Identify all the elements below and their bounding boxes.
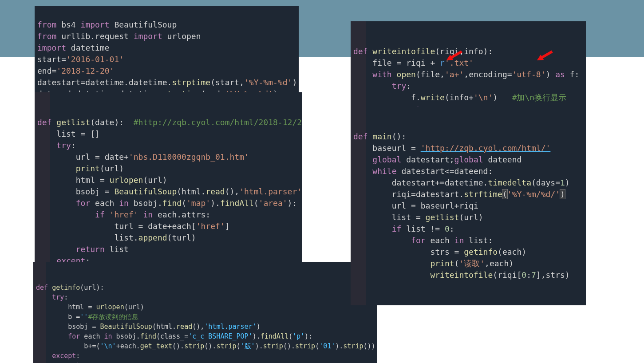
code-main: def main(): baseurl = 'http://zqb.cyol.c… — [351, 130, 586, 282]
comment-b: #存放读到的信息 — [88, 313, 138, 321]
slide-canvas: from bs4 import BeautifulSoup from urlli… — [0, 0, 644, 363]
code-imports: from bs4 import BeautifulSoup from urlli… — [35, 18, 299, 101]
comment-url: #http://zqb.cyol.com/html/2018-12/26/ — [134, 118, 302, 127]
code-block-getinfo: def getinfo(url): try: html = urlopen(ur… — [33, 262, 377, 363]
code-getinfo: def getinfo(url): try: html = urlopen(ur… — [33, 281, 377, 363]
code-getlist: def getlist(date): #http://zqb.cyol.com/… — [35, 115, 302, 280]
code-block-main: def main(): baseurl = 'http://zqb.cyol.c… — [351, 107, 586, 305]
comment-write: #加\n换行显示 — [512, 93, 567, 102]
